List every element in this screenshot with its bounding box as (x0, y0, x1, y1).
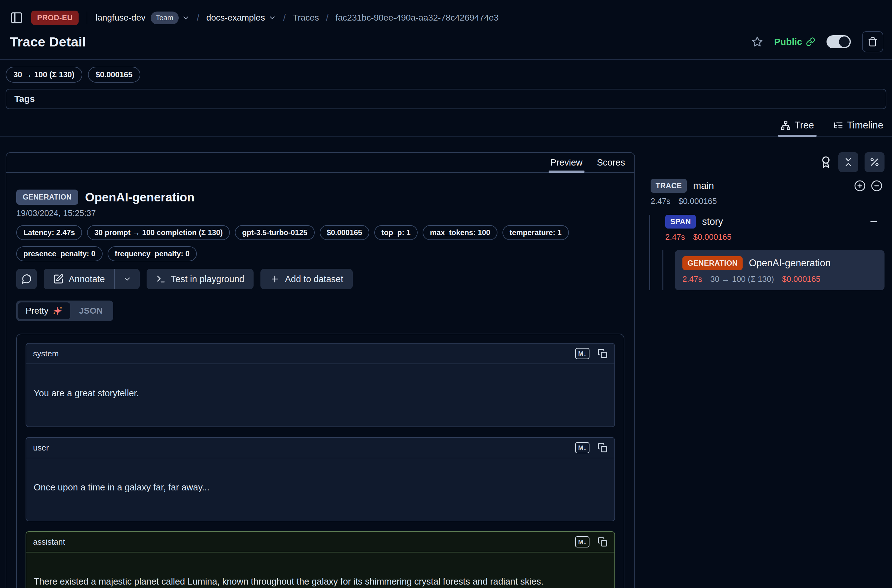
markdown-toggle-icon[interactable]: M↓ (575, 442, 589, 453)
generation-tokens: 30 → 100 (Σ 130) (710, 274, 774, 284)
model-badge: gpt-3.5-turbo-0125 (235, 225, 314, 240)
markdown-toggle-icon[interactable]: M↓ (575, 536, 589, 548)
trace-cost: $0.000165 (679, 196, 717, 206)
annotate-dropdown-button[interactable] (115, 269, 140, 290)
presence-penalty-badge: presence_penalty: 0 (16, 246, 103, 261)
tree-expand-controls (854, 180, 883, 192)
delete-trace-button[interactable] (862, 31, 883, 52)
breadcrumb-section[interactable]: Traces (293, 13, 319, 23)
observation-card: Preview Scores GENERATION OpenAI-generat… (6, 152, 635, 588)
trace-tree: TRACE main 2.47s (644, 179, 884, 290)
message-user: user M↓ Once upon a time in a galaxy far… (26, 437, 615, 521)
link-icon (806, 37, 815, 46)
max-tokens-badge: max_tokens: 100 (423, 225, 497, 240)
format-pretty-option[interactable]: Pretty (18, 302, 70, 319)
copy-icon[interactable] (598, 348, 608, 358)
panel-tabs: Preview Scores (6, 153, 634, 173)
trace-latency: 2.47s (650, 196, 671, 206)
generation-row: GENERATION OpenAI-generation (682, 256, 877, 270)
trace-badges: 30 → 100 (Σ 130) $0.000165 (0, 60, 892, 82)
observation-timestamp: 19/03/2024, 15:25:37 (16, 208, 625, 218)
latency-badge: Latency: 2.47s (16, 225, 82, 240)
add-to-dataset-button[interactable]: Add to dataset (260, 269, 353, 290)
message-content: There existed a majestic planet called L… (26, 552, 614, 588)
toggle-metrics-button[interactable] (865, 152, 884, 172)
add-to-dataset-label: Add to dataset (285, 274, 343, 284)
chevron-down-icon[interactable] (182, 14, 190, 22)
trace-cost-badge: $0.000165 (88, 67, 140, 82)
span-type-badge: SPAN (665, 215, 696, 228)
cost-badge: $0.000165 (320, 225, 369, 240)
title-row: Trace Detail Public (0, 26, 892, 52)
param-badge-row: Latency: 2.47s 30 prompt → 100 completio… (16, 225, 625, 240)
breadcrumb-separator: / (197, 12, 200, 23)
tags-label: Tags (14, 94, 35, 104)
star-bookmark-button[interactable] (752, 36, 763, 47)
pretty-label: Pretty (26, 306, 48, 316)
span-cost: $0.000165 (693, 232, 732, 242)
breadcrumb-project[interactable]: docs-examples (206, 13, 265, 23)
observation-param-badges: Latency: 2.47s 30 prompt → 100 completio… (16, 225, 625, 261)
public-label: Public (774, 36, 802, 47)
generation-name: OpenAI-generation (749, 258, 830, 269)
tree-node-generation-selected[interactable]: GENERATION OpenAI-generation 2.47s 30 → … (675, 250, 884, 290)
public-link[interactable]: Public (774, 36, 815, 47)
chevron-down-icon[interactable] (268, 14, 276, 22)
chevrons-collapse-icon (843, 157, 854, 167)
chevron-down-icon (123, 274, 132, 284)
list-tree-icon (833, 120, 843, 130)
breadcrumb-separator: / (326, 12, 329, 23)
test-in-playground-button[interactable]: Test in playground (147, 269, 254, 290)
message-assistant: assistant M↓ There existed a majestic pl… (26, 531, 615, 588)
param-badge-row: presence_penalty: 0 frequency_penalty: 0 (16, 246, 625, 261)
trace-detail-page: PROD-EU langfuse-dev Team / docs-example… (0, 0, 892, 588)
trace-metrics: 2.47s $0.000165 (650, 196, 884, 206)
tree-node-trace[interactable]: TRACE main 2.47s (644, 179, 884, 206)
public-toggle[interactable] (826, 35, 851, 48)
message-header-icons: M↓ (575, 348, 608, 359)
message-paragraph: You are a great storyteller. (34, 387, 607, 400)
minus-circle-icon[interactable] (871, 180, 883, 192)
award-icon (820, 156, 832, 168)
observation-header: GENERATION OpenAI-generation (16, 189, 625, 205)
percent-icon (869, 157, 880, 167)
tags-box[interactable]: Tags (6, 89, 886, 109)
message-header: user M↓ (26, 438, 614, 458)
message-system: system M↓ You are a great storyteller. (26, 343, 615, 427)
trace-children: SPAN story 2.47s $0.000165 (649, 215, 884, 290)
copy-icon[interactable] (598, 537, 608, 547)
message-role: assistant (33, 537, 65, 547)
copy-icon[interactable] (598, 443, 608, 453)
comment-button[interactable] (16, 269, 37, 290)
token-usage-badge: 30 prompt → 100 completion (Σ 130) (87, 225, 230, 240)
collapse-all-button[interactable] (838, 152, 858, 172)
message-content: You are a great storyteller. (26, 364, 614, 426)
message-role: system (33, 349, 59, 358)
tab-preview[interactable]: Preview (551, 153, 583, 172)
breadcrumb-divider (87, 12, 87, 24)
observation-type-badge: GENERATION (16, 189, 78, 205)
trace-tree-panel: TRACE main 2.47s (643, 152, 888, 290)
message-header-icons: M↓ (575, 536, 608, 548)
message-header: assistant M↓ (26, 532, 614, 552)
tab-timeline[interactable]: Timeline (831, 120, 886, 136)
annotate-button[interactable]: Annotate (44, 269, 114, 290)
star-icon (752, 36, 763, 47)
breadcrumb-separator: / (283, 12, 286, 23)
message-content: Once upon a time in a galaxy far, far aw… (26, 458, 614, 520)
sidebar-toggle-button[interactable] (10, 11, 23, 24)
collapse-node-icon[interactable] (869, 217, 878, 226)
scores-award-button[interactable] (820, 156, 832, 168)
plus-circle-icon[interactable] (854, 180, 866, 192)
markdown-toggle-icon[interactable]: M↓ (575, 348, 589, 359)
actions-row: Annotate Test in playgroun (16, 269, 625, 290)
frequency-penalty-badge: frequency_penalty: 0 (108, 246, 197, 261)
tab-tree[interactable]: Tree (778, 120, 817, 136)
breadcrumb-trace-id: fac231bc-90ee-490a-aa32-78c4269474e3 (336, 13, 499, 23)
square-pen-icon (53, 274, 64, 284)
breadcrumb-org[interactable]: langfuse-dev (95, 13, 145, 23)
tab-scores[interactable]: Scores (597, 153, 625, 172)
format-json-option[interactable]: JSON (70, 302, 111, 319)
message-paragraph: There existed a majestic planet called L… (34, 575, 607, 588)
tree-node-span[interactable]: SPAN story 2.47s $0.000165 (665, 215, 884, 242)
